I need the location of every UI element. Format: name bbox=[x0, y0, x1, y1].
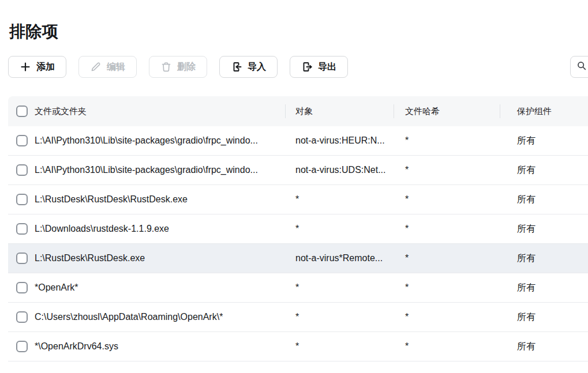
object-value: * bbox=[285, 185, 394, 214]
column-header-hash: 文件哈希 bbox=[394, 96, 500, 126]
row-checkbox[interactable] bbox=[16, 282, 28, 293]
table-header: 文件或文件夹 对象 文件哈希 保护组件 bbox=[8, 96, 588, 126]
search-box[interactable] bbox=[570, 56, 588, 78]
object-value: * bbox=[285, 214, 394, 243]
object-value: not-a-virus*Remote... bbox=[285, 244, 394, 273]
column-header-protection: 保护组件 bbox=[500, 96, 588, 126]
import-button-label: 导入 bbox=[248, 61, 266, 73]
plus-icon bbox=[20, 61, 31, 73]
hash-value: * bbox=[394, 126, 500, 155]
row-checkbox[interactable] bbox=[16, 253, 28, 264]
hash-value: * bbox=[394, 303, 500, 331]
file-path: *OpenArk* bbox=[35, 282, 78, 293]
table-row[interactable]: L:\RustDesk\RustDesk\RustDesk.exe * * 所有 bbox=[8, 185, 588, 214]
file-path: C:\Users\zhousl\AppData\Roaming\OpenArk\… bbox=[35, 312, 223, 322]
row-checkbox[interactable] bbox=[16, 194, 28, 205]
hash-value: * bbox=[394, 332, 500, 361]
pencil-icon bbox=[90, 61, 102, 73]
protection-value: 所有 bbox=[500, 185, 588, 214]
object-value: * bbox=[285, 303, 394, 331]
hash-value: * bbox=[394, 244, 500, 273]
hash-value: * bbox=[394, 185, 500, 214]
protection-value: 所有 bbox=[500, 244, 588, 273]
table-row[interactable]: C:\Users\zhousl\AppData\Roaming\OpenArk\… bbox=[8, 303, 588, 332]
protection-value: 所有 bbox=[500, 214, 588, 243]
column-header-label: 文件或文件夹 bbox=[35, 106, 87, 117]
row-checkbox[interactable] bbox=[16, 135, 28, 146]
hash-value: * bbox=[394, 273, 500, 302]
object-value: not-a-virus:HEUR:N... bbox=[285, 126, 394, 155]
protection-value: 所有 bbox=[500, 126, 588, 155]
column-header-label: 对象 bbox=[295, 106, 313, 117]
table-row[interactable]: L:\AI\Python310\Lib\site-packages\gradio… bbox=[8, 126, 588, 156]
table-row[interactable]: *OpenArk* * * 所有 bbox=[8, 273, 588, 303]
table-row[interactable]: L:\AI\Python310\Lib\site-packages\gradio… bbox=[8, 156, 588, 185]
export-document-arrow-out-icon bbox=[301, 61, 313, 73]
protection-value: 所有 bbox=[500, 332, 588, 361]
row-checkbox[interactable] bbox=[16, 311, 28, 323]
file-path: L:\AI\Python310\Lib\site-packages\gradio… bbox=[35, 135, 258, 146]
trash-icon bbox=[160, 61, 172, 73]
toolbar: 添加 编辑 删除 导入 bbox=[8, 56, 360, 78]
add-button-label: 添加 bbox=[36, 61, 55, 73]
hash-value: * bbox=[394, 214, 500, 243]
exclusions-table: 文件或文件夹 对象 文件哈希 保护组件 L:\AI\Python310\Lib\… bbox=[8, 96, 588, 361]
table-row[interactable]: L:\Downloads\rustdesk-1.1.9.exe * * 所有 bbox=[8, 214, 588, 244]
table-row[interactable]: *\OpenArkDrv64.sys * * 所有 bbox=[8, 332, 588, 361]
select-all-checkbox[interactable] bbox=[16, 106, 28, 117]
protection-value: 所有 bbox=[500, 273, 588, 302]
edit-button[interactable]: 编辑 bbox=[78, 56, 137, 78]
protection-value: 所有 bbox=[500, 156, 588, 184]
table-row[interactable]: L:\RustDesk\RustDesk.exe not-a-virus*Rem… bbox=[8, 244, 588, 273]
import-document-arrow-in-icon bbox=[231, 61, 242, 73]
object-value: * bbox=[285, 273, 394, 302]
row-checkbox[interactable] bbox=[16, 341, 28, 352]
add-button[interactable]: 添加 bbox=[8, 56, 66, 78]
hash-value: * bbox=[394, 156, 500, 184]
page-title: 排除项 bbox=[9, 21, 59, 43]
magnifier-icon bbox=[576, 61, 587, 73]
delete-button-label: 删除 bbox=[177, 61, 196, 73]
file-path: L:\RustDesk\RustDesk.exe bbox=[35, 253, 145, 263]
column-header-label: 保护组件 bbox=[517, 106, 552, 117]
file-path: L:\Downloads\rustdesk-1.1.9.exe bbox=[35, 224, 169, 234]
export-button[interactable]: 导出 bbox=[290, 56, 348, 78]
file-path: L:\AI\Python310\Lib\site-packages\gradio… bbox=[35, 165, 258, 175]
file-path: *\OpenArkDrv64.sys bbox=[35, 341, 118, 352]
object-value: * bbox=[285, 332, 394, 361]
row-checkbox[interactable] bbox=[16, 164, 28, 176]
file-path: L:\RustDesk\RustDesk\RustDesk.exe bbox=[35, 194, 188, 205]
import-button[interactable]: 导入 bbox=[219, 56, 278, 78]
column-header-label: 文件哈希 bbox=[405, 106, 440, 117]
export-button-label: 导出 bbox=[318, 61, 336, 73]
delete-button[interactable]: 删除 bbox=[149, 56, 207, 78]
object-value: not-a-virus:UDS:Net... bbox=[285, 156, 394, 184]
protection-value: 所有 bbox=[500, 303, 588, 331]
row-checkbox[interactable] bbox=[16, 223, 28, 235]
edit-button-label: 编辑 bbox=[107, 61, 125, 73]
column-header-file: 文件或文件夹 bbox=[8, 96, 285, 126]
column-header-object: 对象 bbox=[285, 96, 394, 126]
